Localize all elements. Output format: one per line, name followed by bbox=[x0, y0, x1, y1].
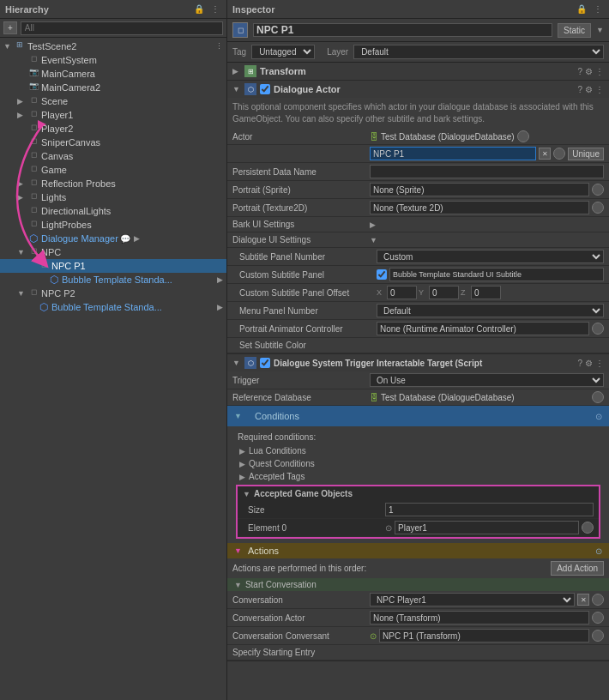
conv-conversant-input[interactable] bbox=[379, 629, 589, 643]
hierarchy-menu-icon[interactable]: ⋮ bbox=[209, 3, 221, 15]
more-dialoguemanager[interactable]: ▶ bbox=[134, 234, 143, 243]
icon-dialoguemanager: ⬡ bbox=[27, 232, 39, 244]
dialogue-actor-help-icon[interactable]: ? bbox=[577, 85, 582, 94]
ref-db-label: Reference Database bbox=[232, 393, 370, 402]
lua-conditions-header[interactable]: ▶ Lua Conditions bbox=[232, 444, 604, 457]
transform-help-icon[interactable]: ? bbox=[577, 67, 582, 76]
tree-item-maincamera[interactable]: 📷 MainCamera bbox=[0, 67, 226, 81]
bark-ui-row[interactable]: Bark UI Settings ▶ bbox=[227, 217, 609, 232]
tree-item-snipercanvas[interactable]: ◻ SniperCanvas bbox=[0, 136, 226, 149]
add-action-button[interactable]: Add Action bbox=[551, 561, 604, 576]
icon-bubble2: ⬡ bbox=[38, 301, 50, 313]
dialogue-ui-settings-row[interactable]: Dialogue UI Settings ▼ bbox=[227, 232, 609, 248]
trigger-header[interactable]: ▼ ⬡ Dialogue System Trigger Interactable… bbox=[227, 354, 609, 371]
element0-circle-icon[interactable] bbox=[582, 522, 594, 534]
more-testscene2[interactable]: ⋮ bbox=[215, 42, 226, 51]
portrait-anim-row: Portrait Animator Controller bbox=[227, 320, 609, 338]
tree-item-dialoguemanager[interactable]: ⬡ Dialogue Manager 💬 ▶ bbox=[0, 232, 226, 245]
offset-x-input[interactable] bbox=[387, 286, 417, 299]
start-conversation-header[interactable]: ▼ Start Conversation bbox=[227, 578, 609, 591]
actor-name-input[interactable] bbox=[370, 147, 536, 160]
tree-item-npc[interactable]: ▼ ◻ NPC bbox=[0, 245, 226, 259]
trigger-select[interactable]: On Use bbox=[370, 373, 604, 387]
conv-conversant-circle-icon[interactable] bbox=[592, 630, 604, 642]
trigger-menu-icon[interactable]: ⋮ bbox=[595, 359, 604, 368]
accepted-objects-arrow-icon: ▼ bbox=[243, 490, 250, 498]
tree-item-canvas[interactable]: ◻ Canvas bbox=[0, 149, 226, 163]
static-button[interactable]: Static bbox=[558, 23, 591, 38]
tree-item-eventsystem[interactable]: ◻ EventSystem bbox=[0, 53, 226, 67]
portrait-anim-input[interactable] bbox=[377, 322, 589, 335]
more-bubble1[interactable]: ▶ bbox=[217, 275, 226, 284]
tree-item-maincamera2[interactable]: 📷 MainCamera2 bbox=[0, 81, 226, 94]
dialogue-actor-header[interactable]: ▼ ⬡ Dialogue Actor ? ⚙ ⋮ bbox=[227, 81, 609, 98]
search-input[interactable] bbox=[21, 21, 223, 35]
tree-item-player2[interactable]: ◻ Player2 bbox=[0, 122, 226, 136]
icon-directionallights: ◻ bbox=[27, 205, 39, 217]
dialogue-actor-enable-checkbox[interactable] bbox=[260, 84, 270, 94]
unique-button[interactable]: Unique bbox=[568, 148, 604, 160]
inspector-lock-icon[interactable]: 🔒 bbox=[575, 3, 588, 15]
tag-select[interactable]: Untagged bbox=[251, 45, 315, 59]
add-button[interactable]: + bbox=[3, 21, 17, 34]
tree-item-directionallights[interactable]: ◻ DirectionalLights bbox=[0, 204, 226, 218]
trigger-help-icon[interactable]: ? bbox=[577, 359, 582, 368]
conversation-select[interactable]: NPC Player1 bbox=[370, 593, 575, 606]
subtitle-panel-select[interactable]: Custom bbox=[377, 250, 604, 263]
accepted-tags-header[interactable]: ▶ Accepted Tags bbox=[232, 470, 604, 483]
actor-x-button[interactable]: ✕ bbox=[539, 148, 551, 160]
custom-subtitle-input[interactable] bbox=[389, 268, 604, 281]
conversation-x-button[interactable]: ✕ bbox=[577, 594, 589, 606]
tree-item-lightprobes[interactable]: ◻ LightProbes bbox=[0, 218, 226, 232]
ref-db-circle-icon[interactable] bbox=[592, 391, 604, 403]
accepted-header[interactable]: ▼ Accepted Game Objects bbox=[238, 486, 599, 501]
custom-subtitle-checkbox[interactable] bbox=[377, 269, 387, 280]
static-arrow-icon[interactable]: ▼ bbox=[596, 26, 604, 34]
persistent-input[interactable] bbox=[370, 165, 604, 178]
tree-item-npc-p2[interactable]: ▼ ◻ NPC P2 bbox=[0, 287, 226, 300]
actions-section-header[interactable]: ▼ Actions ⊙ bbox=[227, 543, 609, 558]
transform-header[interactable]: ▶ ⊞ Transform ? ⚙ ⋮ bbox=[227, 63, 609, 80]
icon-player1: ◻ bbox=[27, 109, 39, 121]
menu-panel-select[interactable]: Default bbox=[377, 304, 604, 317]
offset-y-input[interactable] bbox=[429, 286, 459, 299]
conditions-circle-icon[interactable]: ⊙ bbox=[595, 412, 602, 421]
portrait-sprite-input[interactable] bbox=[370, 183, 589, 196]
accepted-element0-input[interactable] bbox=[395, 521, 579, 534]
portrait-tex-input[interactable] bbox=[370, 201, 589, 214]
transform-settings-icon[interactable]: ⚙ bbox=[585, 67, 593, 76]
quest-conditions-header[interactable]: ▶ Quest Conditions bbox=[232, 457, 604, 470]
accepted-size-input[interactable] bbox=[385, 503, 594, 516]
portrait-sprite-circle-icon[interactable] bbox=[592, 184, 604, 196]
inspector-menu-icon[interactable]: ⋮ bbox=[592, 3, 604, 15]
more-bubble2[interactable]: ▶ bbox=[217, 303, 226, 311]
tree-item-bubble1[interactable]: ⬡ Bubble Template Standa... ▶ bbox=[0, 273, 226, 287]
trigger-settings-icon[interactable]: ⚙ bbox=[585, 359, 593, 368]
dialogue-actor-menu-icon[interactable]: ⋮ bbox=[595, 85, 604, 94]
label-eventsystem: EventSystem bbox=[41, 55, 97, 65]
object-name-input[interactable] bbox=[253, 23, 552, 37]
tree-item-testscene2[interactable]: ▼ ⊞ TestScene2 ⋮ bbox=[0, 39, 226, 53]
conv-actor-input[interactable] bbox=[370, 611, 589, 625]
trigger-enable-checkbox[interactable] bbox=[260, 358, 270, 368]
conditions-section-header[interactable]: ▼ Conditions ⊙ bbox=[227, 406, 609, 426]
tree-item-lights[interactable]: ▶ ◻ Lights bbox=[0, 190, 226, 204]
transform-menu-icon[interactable]: ⋮ bbox=[595, 67, 604, 76]
tree-item-reflectionprobes[interactable]: ▶ ◻ Reflection Probes bbox=[0, 177, 226, 190]
layer-select[interactable]: Default bbox=[353, 45, 604, 59]
actor-circle-icon[interactable] bbox=[517, 130, 529, 142]
tree-item-scene[interactable]: ▶ ◻ Scene bbox=[0, 94, 226, 108]
tree-item-game[interactable]: ◻ Game bbox=[0, 163, 226, 177]
dialogue-actor-settings-icon[interactable]: ⚙ bbox=[585, 85, 593, 94]
actions-circle-icon[interactable]: ⊙ bbox=[595, 546, 602, 556]
actor-name-circle-icon[interactable] bbox=[553, 148, 565, 160]
tree-item-npc-p1[interactable]: ◻ NPC P1 bbox=[0, 259, 226, 273]
conversation-circle-icon[interactable] bbox=[592, 594, 604, 606]
hierarchy-lock-icon[interactable]: 🔒 bbox=[192, 3, 206, 15]
portrait-anim-circle-icon[interactable] bbox=[592, 323, 604, 335]
portrait-tex-circle-icon[interactable] bbox=[592, 202, 604, 214]
offset-z-input[interactable] bbox=[471, 286, 501, 299]
tree-item-player1[interactable]: ▶ ◻ Player1 bbox=[0, 108, 226, 122]
tree-item-bubble2[interactable]: ⬡ Bubble Template Standa... ▶ bbox=[0, 300, 226, 314]
conv-actor-circle-icon[interactable] bbox=[592, 612, 604, 624]
